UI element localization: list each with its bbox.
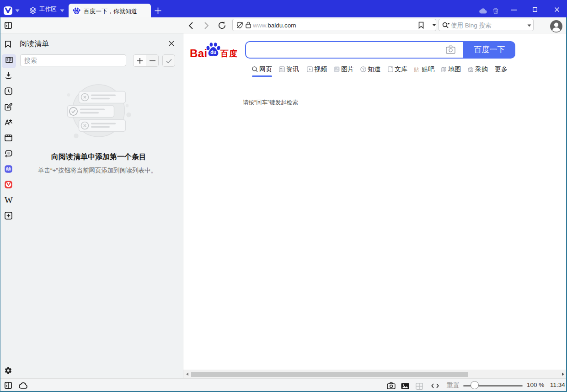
- svg-text:du: du: [210, 49, 216, 55]
- svg-text:贴: 贴: [414, 67, 419, 72]
- svg-text:du: du: [75, 11, 78, 13]
